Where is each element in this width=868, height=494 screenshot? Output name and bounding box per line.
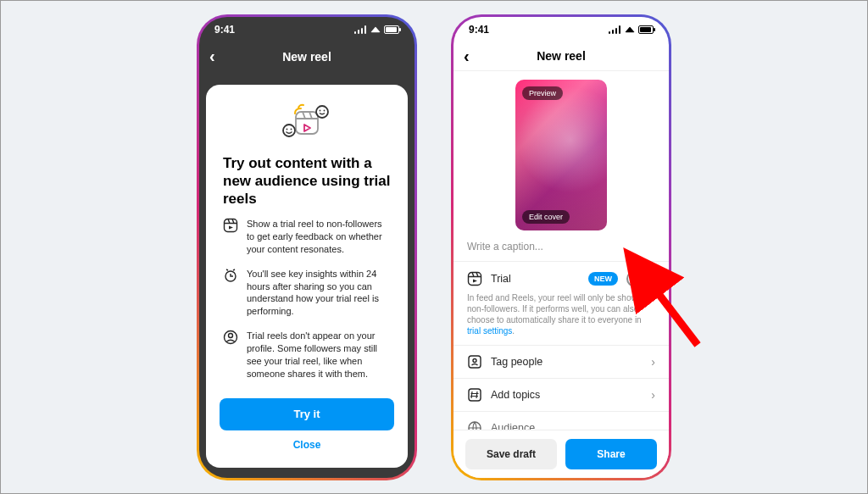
chevron-right-icon: › <box>651 355 655 369</box>
svg-rect-14 <box>469 389 481 401</box>
add-topics-row[interactable]: Add topics › <box>453 379 669 412</box>
preview-badge[interactable]: Preview <box>522 86 563 100</box>
svg-point-10 <box>229 334 233 338</box>
audience-row[interactable]: Audience <box>453 412 669 430</box>
status-time: 9:41 <box>469 24 489 36</box>
edit-cover-button[interactable]: Edit cover <box>522 210 570 224</box>
modal-title: Try out content with a new audience usin… <box>220 154 394 219</box>
phone-left: 9:41 ‹ New reel <box>197 14 417 480</box>
share-button[interactable]: Share <box>565 439 657 469</box>
modal-bullet-1: Show a trial reel to non-followers to ge… <box>223 218 391 256</box>
svg-point-13 <box>473 358 476 362</box>
person-icon <box>467 354 482 369</box>
chevron-right-icon: › <box>651 388 655 402</box>
svg-point-1 <box>316 106 328 118</box>
page-title: New reel <box>209 50 404 64</box>
try-it-button[interactable]: Try it <box>220 398 394 430</box>
svg-point-2 <box>320 109 321 111</box>
svg-point-15 <box>469 422 481 430</box>
reels-icon <box>467 271 482 286</box>
page-title: New reel <box>464 49 659 63</box>
status-time: 9:41 <box>214 24 235 36</box>
svg-point-6 <box>291 128 292 130</box>
trial-reels-modal: Try out content with a new audience usin… <box>206 85 408 468</box>
trial-description: In feed and Reels, your reel will only b… <box>467 292 655 336</box>
save-draft-button[interactable]: Save draft <box>465 439 557 469</box>
hashtag-icon <box>467 387 482 402</box>
reels-icon <box>223 218 238 256</box>
status-icons <box>354 25 399 34</box>
modal-illustration-icon <box>220 100 394 146</box>
svg-rect-11 <box>469 272 481 285</box>
globe-icon <box>467 420 482 430</box>
caption-input[interactable]: Write a caption... <box>453 237 669 262</box>
new-badge: NEW <box>588 272 618 286</box>
svg-point-3 <box>324 109 326 111</box>
reel-preview[interactable]: Preview Edit cover <box>515 80 607 230</box>
modal-bullet-2: You'll see key insights within 24 hours … <box>223 268 391 318</box>
status-icons <box>609 25 654 34</box>
phone-right: 9:41 ‹ New reel Preview Edit c <box>451 14 671 480</box>
annotation-arrow <box>634 269 710 353</box>
trial-settings-link[interactable]: trial settings <box>467 326 512 336</box>
nav-bar: ‹ New reel <box>453 42 669 71</box>
trial-label: Trial <box>491 273 580 285</box>
svg-point-4 <box>283 125 295 136</box>
modal-bullet-3: Trial reels don't appear on your profile… <box>223 330 391 380</box>
clock-icon <box>223 268 238 318</box>
status-bar: 9:41 <box>199 17 415 42</box>
bottom-action-bar: Save draft Share <box>453 430 669 478</box>
close-button[interactable]: Close <box>220 430 394 459</box>
status-bar: 9:41 <box>453 17 669 42</box>
nav-bar: ‹ New reel <box>199 42 415 71</box>
profile-icon <box>223 330 238 380</box>
svg-rect-7 <box>225 219 237 232</box>
svg-point-5 <box>287 128 288 130</box>
